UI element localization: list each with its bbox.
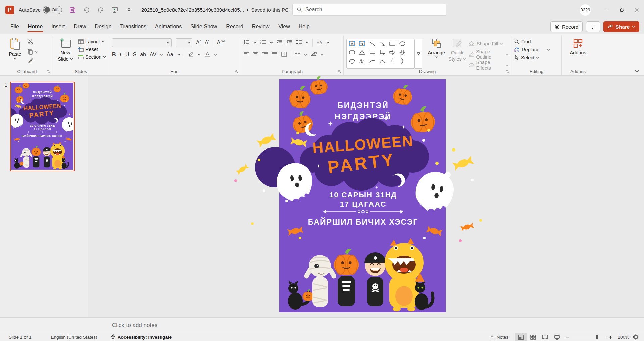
zoom-slider-thumb[interactable] xyxy=(596,335,598,339)
decrease-indent-button[interactable] xyxy=(277,40,283,46)
autosave-control[interactable]: AutoSave Off xyxy=(19,6,62,14)
convert-to-smartart-button[interactable] xyxy=(311,52,317,58)
normal-view-button[interactable] xyxy=(515,333,527,341)
undo-icon[interactable] xyxy=(83,6,90,14)
notes-pane[interactable]: Click to add notes xyxy=(0,317,644,333)
clear-formatting-button[interactable]: A⌫ xyxy=(217,40,225,46)
autosave-toggle[interactable]: Off xyxy=(43,6,62,14)
save-icon[interactable] xyxy=(69,6,76,14)
reading-view-button[interactable] xyxy=(539,333,551,341)
copy-button[interactable] xyxy=(28,49,38,55)
minimize-button[interactable] xyxy=(600,0,614,20)
reset-button[interactable]: Reset xyxy=(78,47,106,52)
tab-view[interactable]: View xyxy=(274,21,294,33)
arrange-button[interactable]: Arrange xyxy=(427,36,446,58)
zoom-in-icon[interactable] xyxy=(609,335,612,339)
align-left-button[interactable] xyxy=(244,52,249,58)
section-button[interactable]: Section xyxy=(78,54,106,60)
tab-transitions[interactable]: Transitions xyxy=(116,21,151,33)
shapes-gallery[interactable]: A A xyxy=(346,39,415,69)
font-size-combo[interactable] xyxy=(176,38,192,47)
clipboard-dialog-launcher[interactable] xyxy=(47,70,50,74)
user-avatar[interactable]: 0229 xyxy=(580,4,591,16)
italic-button[interactable]: I xyxy=(120,52,121,58)
share-button[interactable]: Share xyxy=(603,21,639,32)
restore-button[interactable] xyxy=(614,0,629,20)
shrink-font-button[interactable]: Aˇ xyxy=(205,40,209,46)
find-button[interactable]: Find xyxy=(514,39,550,44)
paragraph-dialog-launcher[interactable] xyxy=(338,70,341,74)
tab-file[interactable]: File xyxy=(6,21,23,33)
slide-canvas[interactable] xyxy=(88,76,644,317)
tab-draw[interactable]: Draw xyxy=(69,21,90,33)
increase-indent-button[interactable] xyxy=(286,40,292,46)
collapse-ribbon-icon[interactable] xyxy=(635,70,639,73)
font-name-combo[interactable] xyxy=(112,38,172,47)
zoom-slider[interactable] xyxy=(572,337,606,337)
line-spacing-button[interactable] xyxy=(296,40,302,46)
new-slide-icon xyxy=(59,38,71,49)
replace-button[interactable]: bc Replace xyxy=(514,47,550,52)
tab-animations[interactable]: Animations xyxy=(151,21,186,33)
tab-review[interactable]: Review xyxy=(248,21,274,33)
quick-styles-button[interactable]: Quick Styles xyxy=(448,36,466,62)
accessibility-status[interactable]: Accessibility: Investigate xyxy=(105,334,178,340)
shape-fill-button[interactable]: Shape Fill xyxy=(469,40,508,48)
redo-icon[interactable] xyxy=(97,6,104,14)
columns-button[interactable] xyxy=(281,52,287,58)
customize-qat-icon[interactable] xyxy=(125,6,133,14)
text-shadow-button[interactable]: S xyxy=(133,52,136,58)
tab-home[interactable]: Home xyxy=(23,21,47,33)
title-bar: P AutoSave Off 202510_5e0e8c72e42 xyxy=(0,0,644,20)
find-icon xyxy=(514,39,519,44)
justify-button[interactable] xyxy=(272,52,278,58)
search-box[interactable]: Search xyxy=(292,4,446,16)
numbering-button[interactable]: 123 xyxy=(260,40,266,46)
align-right-button[interactable] xyxy=(262,52,268,58)
powerpoint-logo-icon[interactable]: P xyxy=(5,6,14,14)
cut-button[interactable] xyxy=(28,39,38,46)
document-title[interactable]: 202510_5e0e8c72e42b355149e339d4ccf05... … xyxy=(141,7,295,13)
font-dialog-launcher[interactable] xyxy=(235,70,239,74)
bullets-button[interactable] xyxy=(244,40,250,46)
tab-record[interactable]: Record xyxy=(221,21,248,33)
language-indicator[interactable]: English (United States) xyxy=(45,335,103,340)
align-center-button[interactable] xyxy=(253,52,259,58)
tab-insert[interactable]: Insert xyxy=(47,21,69,33)
comments-button[interactable] xyxy=(586,21,600,32)
change-case-button[interactable]: Aa xyxy=(167,52,174,58)
select-button[interactable]: Select xyxy=(514,55,550,60)
paste-button[interactable]: Paste xyxy=(5,36,26,60)
shapes-gallery-more[interactable] xyxy=(415,39,422,69)
record-button[interactable]: Record xyxy=(550,21,583,32)
tab-design[interactable]: Design xyxy=(91,21,116,33)
zoom-level[interactable]: 100% xyxy=(615,335,629,340)
close-button[interactable] xyxy=(629,0,644,20)
slide-editor[interactable] xyxy=(219,76,507,316)
align-text-button[interactable] xyxy=(295,52,300,58)
drawing-dialog-launcher[interactable] xyxy=(506,70,509,74)
tab-help[interactable]: Help xyxy=(294,21,314,33)
fit-slide-to-window-button[interactable] xyxy=(630,333,641,341)
bold-button[interactable]: B xyxy=(112,52,116,58)
start-presentation-icon[interactable] xyxy=(111,6,118,14)
slide-thumbnail[interactable] xyxy=(10,82,75,171)
font-color-button[interactable]: A xyxy=(204,51,210,58)
underline-button[interactable]: U xyxy=(125,52,129,58)
layout-button[interactable]: Layout xyxy=(78,39,106,44)
format-painter-button[interactable] xyxy=(28,58,38,65)
shape-outline-button[interactable]: Shape Outline xyxy=(469,50,508,58)
tab-slide-show[interactable]: Slide Show xyxy=(186,21,221,33)
zoom-out-icon[interactable] xyxy=(565,335,569,339)
character-spacing-button[interactable]: AV xyxy=(150,52,156,58)
shape-effects-button[interactable]: Shape Effects xyxy=(469,61,508,69)
strikethrough-button[interactable]: ab xyxy=(140,52,146,58)
addins-button[interactable]: Add-ins xyxy=(567,36,588,55)
slide-sorter-view-button[interactable] xyxy=(527,333,539,341)
highlight-color-button[interactable] xyxy=(188,51,194,58)
notes-toggle[interactable]: Notes xyxy=(483,335,514,340)
grow-font-button[interactable]: A^ xyxy=(196,40,201,46)
text-direction-button[interactable]: A xyxy=(316,40,323,46)
slideshow-view-button[interactable] xyxy=(551,333,563,341)
new-slide-button[interactable]: New Slide xyxy=(55,36,76,62)
